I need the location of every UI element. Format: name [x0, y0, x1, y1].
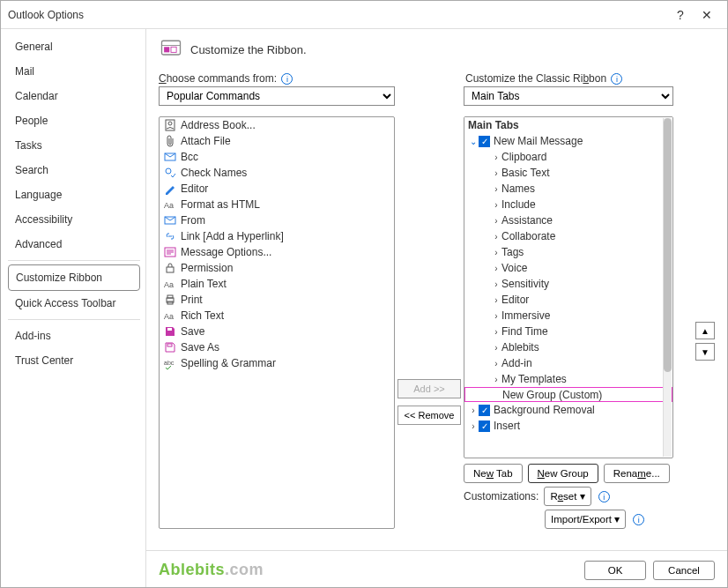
sidebar-item-general[interactable]: General	[8, 34, 140, 59]
scrollbar-thumb[interactable]	[664, 118, 672, 372]
svg-text:Aa: Aa	[164, 280, 174, 289]
tree-group[interactable]: ›Editor	[464, 292, 672, 308]
chevron-right-icon[interactable]: ›	[491, 375, 501, 384]
help-button[interactable]: ?	[667, 8, 694, 22]
tree-group[interactable]: ›Assistance	[464, 212, 672, 228]
sidebar-item-accessibility[interactable]: Accessibility	[8, 207, 140, 232]
customize-ribbon-label: Customize the Classic Ribbon	[465, 72, 606, 85]
chevron-right-icon[interactable]: ›	[491, 279, 501, 289]
info-icon[interactable]: i	[281, 73, 293, 85]
chevron-right-icon[interactable]: ›	[491, 184, 501, 194]
chevron-down-icon[interactable]: ⌄	[468, 137, 479, 146]
checkbox[interactable]: ✓	[479, 421, 490, 432]
tree-group[interactable]: ›Collaborate	[464, 228, 672, 244]
svg-rect-13	[167, 295, 173, 298]
command-item: Link [Add a Hyperlink]	[160, 228, 394, 244]
chevron-right-icon[interactable]: ›	[491, 359, 501, 368]
tree-group[interactable]: ›Sensitivity	[464, 276, 672, 292]
info-icon[interactable]: i	[598, 491, 610, 502]
chevron-right-icon[interactable]: ›	[468, 421, 479, 431]
tree-group[interactable]: ›Voice	[464, 260, 672, 276]
window-title: Outlook Options	[8, 9, 84, 21]
sidebar-item-language[interactable]: Language	[8, 182, 140, 207]
sidebar-item-quick-access-toolbar[interactable]: Quick Access Toolbar	[8, 291, 140, 316]
tree-group-new-group-custom[interactable]: New Group (Custom)	[464, 387, 672, 402]
tree-tab-background-removal[interactable]: › ✓ Background Removal	[464, 402, 672, 418]
command-item: Attach File	[160, 133, 394, 149]
chevron-right-icon[interactable]: ›	[491, 311, 501, 321]
chevron-right-icon[interactable]: ›	[491, 295, 501, 305]
reset-button[interactable]: Reset ▾	[544, 487, 591, 506]
sidebar-item-calendar[interactable]: Calendar	[8, 84, 140, 108]
chevron-right-icon[interactable]: ›	[491, 232, 501, 242]
bcc-icon	[163, 150, 177, 164]
check-names-icon	[163, 166, 177, 180]
chevron-right-icon[interactable]: ›	[491, 153, 501, 162]
checkbox[interactable]: ✓	[479, 136, 490, 147]
svg-rect-2	[171, 47, 176, 52]
sidebar-item-advanced[interactable]: Advanced	[8, 232, 140, 257]
sidebar-item-add-ins[interactable]: Add-ins	[8, 324, 140, 348]
chevron-right-icon[interactable]: ›	[491, 327, 501, 337]
tree-group[interactable]: ›Clipboard	[464, 149, 672, 165]
chevron-right-icon[interactable]: ›	[491, 248, 501, 257]
chevron-right-icon[interactable]: ›	[491, 216, 501, 226]
chevron-right-icon[interactable]: ›	[468, 406, 479, 415]
tree-group[interactable]: ›Include	[464, 197, 672, 212]
tree-group[interactable]: ›Basic Text	[464, 165, 672, 181]
add-button[interactable]: Add >>	[397, 379, 461, 398]
tree-group[interactable]: ›Add-in	[464, 355, 672, 371]
info-icon[interactable]: i	[633, 514, 644, 525]
sidebar-item-customize-ribbon[interactable]: Customize Ribbon	[8, 264, 140, 291]
info-icon[interactable]: i	[611, 73, 622, 85]
tree-group[interactable]: ›Find Time	[464, 324, 672, 339]
ribbon-icon	[159, 36, 183, 63]
choose-commands-label: Choose commands from:	[159, 72, 277, 85]
tree-group[interactable]: ›My Templates	[464, 371, 672, 387]
category-sidebar: General Mail Calendar People Tasks Searc…	[1, 29, 146, 588]
import-export-button[interactable]: Import/Export ▾	[545, 510, 626, 529]
move-down-button[interactable]: ▼	[695, 343, 715, 361]
chevron-right-icon[interactable]: ›	[491, 264, 501, 273]
transfer-buttons: Add >> << Remove	[395, 116, 464, 529]
command-item: AaPlain Text	[160, 276, 394, 292]
choose-commands-select[interactable]: Popular Commands	[159, 86, 395, 106]
commands-listbox[interactable]: Address Book... Attach File Bcc Check Na…	[159, 116, 395, 529]
cancel-button[interactable]: Cancel	[653, 561, 715, 580]
titlebar: Outlook Options ? ✕	[1, 1, 727, 29]
svg-point-4	[168, 122, 172, 125]
chevron-right-icon[interactable]: ›	[491, 168, 501, 178]
sidebar-item-search[interactable]: Search	[8, 158, 140, 182]
command-item: Bcc	[160, 149, 394, 165]
command-item: From	[160, 212, 394, 228]
tree-group[interactable]: ›Names	[464, 181, 672, 197]
sidebar-item-people[interactable]: People	[8, 108, 140, 133]
tree-group[interactable]: ›Immersive	[464, 308, 672, 324]
move-up-button[interactable]: ▲	[695, 322, 715, 339]
ok-button[interactable]: OK	[584, 561, 646, 580]
tree-group[interactable]: ›Ablebits	[464, 339, 672, 355]
rename-button[interactable]: Rename...	[604, 464, 670, 483]
svg-rect-16	[167, 328, 172, 331]
new-tab-button[interactable]: New Tab	[464, 464, 523, 483]
sidebar-item-tasks[interactable]: Tasks	[8, 133, 140, 158]
checkbox[interactable]: ✓	[479, 405, 490, 416]
svg-text:abc: abc	[164, 360, 175, 366]
tree-group[interactable]: ›Tags	[464, 244, 672, 260]
tree-tab-new-mail-message[interactable]: ⌄ ✓ New Mail Message	[464, 133, 672, 149]
customize-ribbon-select[interactable]: Main Tabs	[464, 86, 673, 106]
attach-file-icon	[163, 134, 177, 148]
link-icon	[163, 229, 177, 243]
chevron-right-icon[interactable]: ›	[491, 343, 501, 353]
tree-tab-insert[interactable]: › ✓ Insert	[464, 418, 672, 434]
chevron-right-icon[interactable]: ›	[491, 200, 501, 210]
remove-button[interactable]: << Remove	[397, 406, 461, 425]
sidebar-item-mail[interactable]: Mail	[8, 59, 140, 84]
scrollbar[interactable]	[663, 118, 672, 457]
close-button[interactable]: ✕	[694, 8, 720, 22]
ribbon-tree[interactable]: Main Tabs ⌄ ✓ New Mail Message ›Clipboar…	[464, 116, 673, 458]
customizations-label: Customizations:	[464, 490, 539, 502]
permission-icon	[163, 261, 177, 275]
sidebar-item-trust-center[interactable]: Trust Center	[8, 348, 140, 373]
new-group-button[interactable]: New Group	[528, 464, 598, 483]
